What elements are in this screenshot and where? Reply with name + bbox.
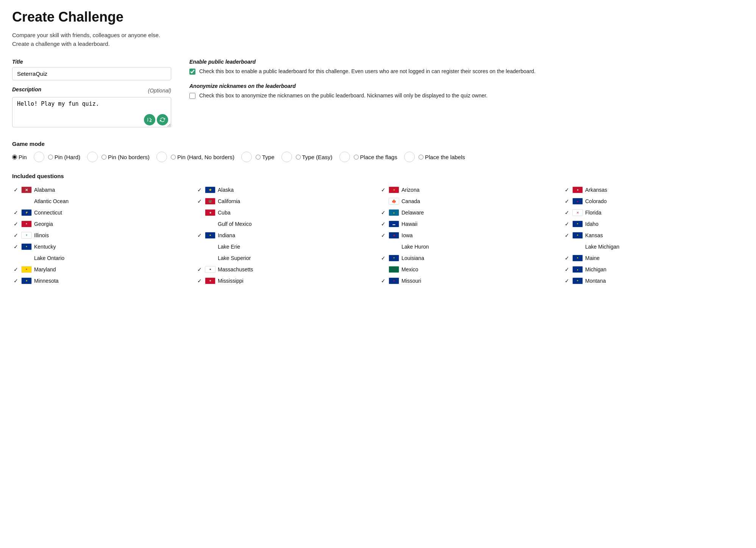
question-idaho: ✓ ✦ Idaho: [563, 219, 744, 229]
radio-pin-no-borders[interactable]: Pin (No borders): [102, 154, 150, 160]
flag-lake-ontario: [21, 255, 32, 261]
check-florida: ✓: [564, 210, 570, 216]
flag-kentucky: ✦: [21, 243, 32, 250]
question-california: ✓ 🐻 California: [196, 197, 376, 206]
question-hawaii: ✓ ▬ Hawaii: [380, 219, 560, 229]
question-lake-ontario: Lake Ontario: [12, 254, 193, 263]
question-gulf: Gulf of Mexico: [196, 219, 376, 229]
flag-missouri: ★: [389, 277, 399, 284]
flag-cuba: ★: [205, 209, 216, 216]
question-minnesota: ✓ ★ Minnesota: [12, 276, 193, 285]
question-lake-michigan: Lake Michigan: [563, 242, 744, 251]
question-maryland: ✓ ✦ Maryland: [12, 265, 193, 274]
radio-pin[interactable]: Pin: [12, 154, 27, 160]
radio-divider-1: [34, 152, 44, 162]
enable-leaderboard-text: Check this box to enable a public leader…: [199, 68, 536, 75]
check-minnesota: ✓: [13, 278, 19, 284]
flag-kansas: ✦: [572, 232, 583, 239]
question-mexico: ⚜ Mexico: [380, 265, 560, 274]
flag-lake-erie: [205, 243, 216, 250]
question-kansas: ✓ ✦ Kansas: [563, 231, 744, 240]
flag-mississippi: ★: [205, 277, 216, 284]
radio-place-flags[interactable]: Place the flags: [354, 154, 397, 160]
radio-divider-6: [339, 152, 350, 162]
radio-pin-hard-no-borders[interactable]: Pin (Hard, No borders): [171, 154, 234, 160]
question-massachusetts: ✓ ★ Massachusetts: [196, 265, 376, 274]
question-alaska: ✓ ★ Alaska: [196, 185, 376, 194]
question-mississippi: ✓ ★ Mississippi: [196, 276, 376, 285]
anonymize-checkbox[interactable]: [189, 93, 195, 99]
question-lake-superior: Lake Superior: [196, 254, 376, 263]
radio-divider-4: [241, 152, 252, 162]
flag-lake-superior: [205, 255, 216, 261]
questions-grid: ✓ ✕ Alabama ✓ ★ Alaska ✓ ☀ Arizona ✓ ✦ A…: [12, 185, 744, 285]
flag-idaho: ✦: [572, 221, 583, 227]
flag-maine: ✦: [572, 255, 583, 261]
check-maryland: ✓: [13, 266, 19, 272]
flag-michigan: ♦: [572, 266, 583, 273]
radio-type-easy[interactable]: Type (Easy): [296, 154, 333, 160]
enable-leaderboard-checkbox[interactable]: [189, 69, 195, 75]
radio-divider-7: [404, 152, 415, 162]
check-kentucky: ✓: [13, 244, 19, 250]
check-connecticut: ✓: [13, 210, 19, 216]
spell-check-button[interactable]: [144, 114, 155, 125]
question-arizona: ✓ ☀ Arizona: [380, 185, 560, 194]
flag-georgia: ✦: [21, 221, 32, 227]
check-indiana: ✓: [197, 232, 203, 238]
check-alaska: ✓: [197, 187, 203, 193]
question-georgia: ✓ ✦ Georgia: [12, 219, 193, 229]
flag-arkansas: ✦: [572, 186, 583, 193]
radio-divider-2: [87, 152, 98, 162]
radio-place-labels[interactable]: Place the labels: [419, 154, 465, 160]
flag-hawaii: ▬: [389, 221, 399, 227]
question-montana: ✓ ✦ Montana: [563, 276, 744, 285]
flag-massachusetts: ★: [205, 266, 216, 273]
question-kentucky: ✓ ✦ Kentucky: [12, 242, 193, 251]
flag-atlantic: [21, 198, 32, 205]
flag-alaska: ★: [205, 186, 216, 193]
anonymize-title: Anonymize nicknames on the leaderboard: [189, 83, 744, 89]
question-canada: 🍁 Canada: [380, 197, 560, 206]
question-missouri: ✓ ★ Missouri: [380, 276, 560, 285]
question-illinois: ✓ ⚜ Illinois: [12, 231, 193, 240]
question-arkansas: ✓ ✦ Arkansas: [563, 185, 744, 194]
refresh-button[interactable]: [157, 114, 168, 125]
flag-connecticut: ⚡: [21, 209, 32, 216]
title-label: Title: [12, 59, 171, 65]
check-alabama: ✓: [13, 187, 19, 193]
question-lake-erie: Lake Erie: [196, 242, 376, 251]
check-missouri: ✓: [380, 278, 386, 284]
flag-california: 🐻: [205, 198, 216, 205]
check-georgia: ✓: [13, 221, 19, 227]
flag-illinois: ⚜: [21, 232, 32, 239]
check-michigan: ✓: [564, 266, 570, 272]
check-arkansas: ✓: [564, 187, 570, 193]
question-louisiana: ✓ ⚜ Louisiana: [380, 254, 560, 263]
check-mississippi: ✓: [197, 278, 203, 284]
check-colorado: ✓: [564, 198, 570, 204]
check-kansas: ✓: [564, 232, 570, 238]
check-louisiana: ✓: [380, 255, 386, 261]
flag-montana: ✦: [572, 277, 583, 284]
check-montana: ✓: [564, 278, 570, 284]
page-title: Create Challenge: [12, 9, 744, 25]
question-alabama: ✓ ✕ Alabama: [12, 185, 193, 194]
flag-mexico: ⚜: [389, 266, 399, 273]
flag-maryland: ✦: [21, 266, 32, 273]
flag-gulf: [205, 221, 216, 227]
radio-pin-hard[interactable]: Pin (Hard): [48, 154, 80, 160]
question-colorado: ✓ ● Colorado: [563, 197, 744, 206]
question-maine: ✓ ✦ Maine: [563, 254, 744, 263]
title-input[interactable]: [12, 67, 171, 80]
check-arizona: ✓: [380, 187, 386, 193]
check-hawaii: ✓: [380, 221, 386, 227]
flag-alabama: ✕: [21, 186, 32, 193]
radio-divider-3: [156, 152, 167, 162]
flag-canada: 🍁: [389, 198, 399, 205]
question-connecticut: ✓ ⚡ Connecticut: [12, 208, 193, 217]
game-mode-options: Pin Pin (Hard) Pin (No borders) Pin (Har…: [12, 152, 744, 162]
flag-indiana: ★: [205, 232, 216, 239]
radio-type[interactable]: Type: [256, 154, 275, 160]
question-iowa: ✓ ◆ Iowa: [380, 231, 560, 240]
